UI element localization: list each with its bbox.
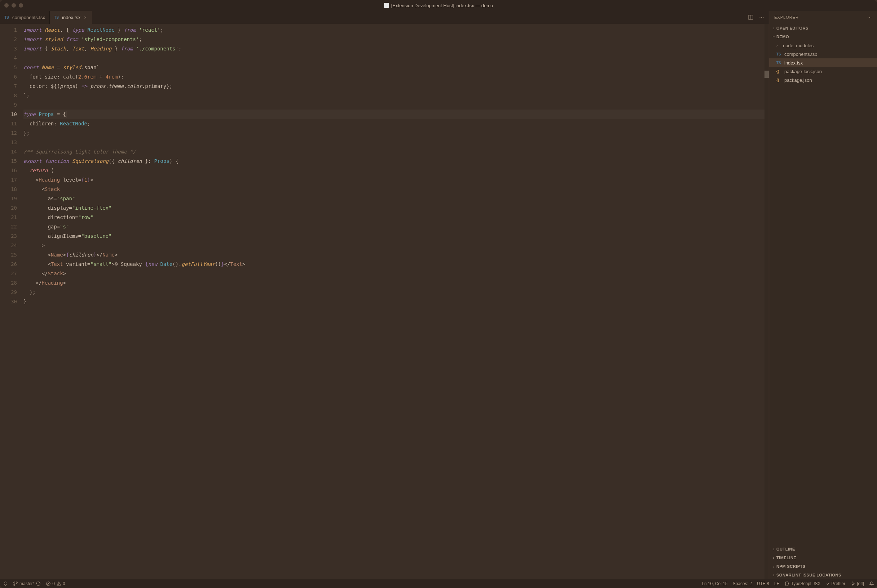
svg-point-2 (14, 582, 15, 584)
file-tree-item[interactable]: TScomponents.tsx (769, 50, 877, 58)
titlebar: [Extension Development Host] index.tsx —… (0, 0, 877, 11)
more-actions-icon[interactable]: ··· (759, 14, 764, 20)
ts-icon: TS (54, 15, 60, 20)
svg-point-4 (16, 582, 18, 584)
file-tree-item[interactable]: {}package.json (769, 76, 877, 84)
prettier-indicator[interactable]: Prettier (826, 581, 845, 586)
chevron-down-icon: › (772, 34, 776, 39)
chevron-right-icon: › (776, 44, 781, 48)
svg-point-3 (14, 584, 15, 586)
window-maximize-button[interactable] (19, 3, 23, 8)
window-minimize-button[interactable] (12, 3, 16, 8)
split-editor-icon[interactable] (748, 14, 754, 20)
ts-icon: TS (776, 61, 782, 65)
project-section[interactable]: › DEMO (769, 32, 877, 41)
explorer-title: EXPLORER (774, 15, 799, 20)
file-tree: ›node_modulesTScomponents.tsxTSindex.tsx… (769, 41, 877, 545)
remote-indicator[interactable] (3, 581, 8, 586)
svg-point-10 (852, 583, 854, 584)
editor[interactable]: 1234567891011121314151617181920212223242… (0, 24, 769, 579)
chevron-right-icon: › (771, 573, 776, 577)
json-icon: {} (776, 78, 782, 82)
branch-indicator[interactable]: master* (13, 581, 41, 586)
open-editors-section[interactable]: › OPEN EDITORS (769, 24, 877, 32)
notifications-icon[interactable] (869, 581, 874, 586)
explorer-more-icon[interactable]: ··· (868, 15, 872, 20)
screencast-indicator[interactable]: [off] (850, 581, 864, 586)
file-label: package-lock.json (784, 69, 822, 74)
tab-label: components.tsx (12, 15, 45, 20)
chevron-right-icon: › (771, 26, 776, 30)
cursor-position[interactable]: Ln 10, Col 15 (702, 581, 727, 586)
line-gutter: 1234567891011121314151617181920212223242… (0, 24, 23, 579)
timeline-section[interactable]: › TIMELINE (769, 554, 877, 562)
chevron-right-icon: › (771, 564, 776, 568)
tab-label: index.tsx (62, 15, 80, 20)
file-label: index.tsx (784, 60, 803, 66)
chevron-right-icon: › (771, 556, 776, 560)
chevron-right-icon: › (771, 547, 776, 551)
tab-index-tsx[interactable]: TSindex.tsx× (50, 11, 92, 24)
language-mode[interactable]: {} TypeScript JSX (784, 581, 820, 586)
explorer-sidebar: EXPLORER ··· › OPEN EDITORS › DEMO ›node… (769, 11, 877, 579)
minimap-marker (764, 70, 769, 78)
ts-icon: TS (5, 15, 10, 20)
ts-icon: TS (776, 52, 782, 56)
close-icon[interactable]: × (83, 15, 88, 20)
svg-point-9 (59, 584, 59, 585)
folder-label: node_modules (783, 43, 814, 48)
file-label: package.json (784, 78, 812, 83)
spaces-indicator[interactable]: Spaces: 2 (733, 581, 752, 586)
eol-indicator[interactable]: LF (774, 581, 779, 586)
file-tree-item[interactable]: {}package-lock.json (769, 67, 877, 76)
outline-section[interactable]: › OUTLINE (769, 545, 877, 554)
status-bar: master* 0 0 Ln 10, Col 15 Spaces: 2 UTF-… (0, 579, 877, 588)
window-title: [Extension Development Host] index.tsx —… (384, 3, 493, 8)
window-close-button[interactable] (5, 3, 9, 8)
file-tree-item[interactable]: ›node_modules (769, 41, 877, 50)
tab-components-tsx[interactable]: TScomponents.tsx (0, 11, 50, 24)
problems-indicator[interactable]: 0 0 (46, 581, 65, 586)
file-icon (384, 3, 389, 8)
file-label: components.tsx (784, 51, 817, 57)
code-area[interactable]: import React, { type ReactNode } from 'r… (23, 24, 764, 579)
minimap[interactable] (764, 24, 769, 579)
npm-scripts-section[interactable]: › NPM SCRIPTS (769, 562, 877, 571)
encoding-indicator[interactable]: UTF-8 (757, 581, 769, 586)
tab-bar: TScomponents.tsxTSindex.tsx× ··· (0, 11, 769, 24)
sonarlint-section[interactable]: › SONARLINT ISSUE LOCATIONS (769, 571, 877, 579)
json-icon: {} (776, 69, 782, 74)
file-tree-item[interactable]: TSindex.tsx (769, 58, 877, 67)
